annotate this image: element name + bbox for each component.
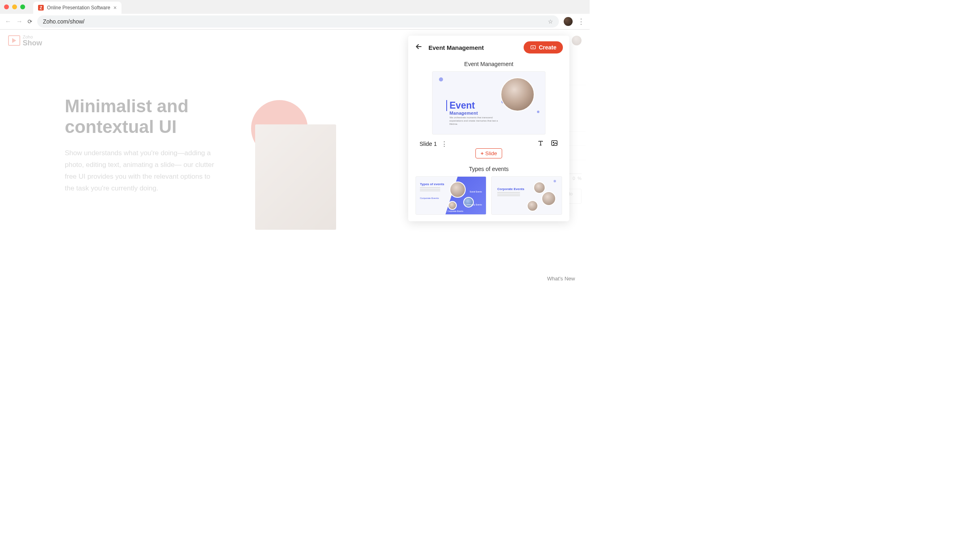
whats-new-button[interactable]: What's New xyxy=(541,273,581,284)
slide-options-icon[interactable]: ⋮ xyxy=(441,140,447,148)
back-button[interactable]: ← xyxy=(5,18,11,25)
svg-point-2 xyxy=(553,142,554,143)
add-slide-row: + Slide xyxy=(415,148,562,158)
browser-menu-icon[interactable]: ⋮ xyxy=(577,17,585,26)
section-title: Types of events xyxy=(415,166,562,172)
text-lines-decoration xyxy=(497,192,520,193)
browser-chrome: Z Online Presentation Software × ← → ⟳ Z… xyxy=(0,0,590,30)
hero-paragraph: Show understands what you're doing—addin… xyxy=(65,147,215,195)
close-window-button[interactable] xyxy=(4,4,9,9)
logo[interactable]: Zoho Show xyxy=(8,35,42,47)
photo-circle xyxy=(541,191,556,206)
slide-subtitle: Management xyxy=(450,111,478,115)
create-button[interactable]: Create xyxy=(524,41,563,53)
image-tool-icon[interactable] xyxy=(551,139,558,148)
section-title: Event Management xyxy=(415,61,562,67)
tab-title: Online Presentation Software xyxy=(47,5,110,11)
window-controls xyxy=(4,4,25,9)
logo-text-main: Show xyxy=(23,39,42,47)
logo-mark-icon xyxy=(8,35,20,46)
text-lines-decoration xyxy=(420,187,440,188)
toolbar: ← → ⟳ Zoho.com/show/ ☆ ⋮ xyxy=(0,14,590,29)
photo-circle xyxy=(448,201,457,210)
hero-photo xyxy=(255,124,336,230)
slide-thumbnail[interactable]: Types of events Corporate Events Social … xyxy=(415,176,486,215)
text-tool-icon[interactable] xyxy=(537,139,544,148)
photo-circle xyxy=(463,197,474,207)
decorative-dot xyxy=(537,111,539,113)
browser-tab[interactable]: Z Online Presentation Software × xyxy=(33,2,121,14)
logo-text-top: Zoho xyxy=(23,35,42,39)
address-bar[interactable]: Zoho.com/show/ ☆ xyxy=(37,15,559,28)
tab-strip: Z Online Presentation Software × xyxy=(0,0,590,14)
hero-heading: Minimalist and contextual UI xyxy=(65,96,215,137)
user-avatar[interactable] xyxy=(572,36,582,45)
hero-text: Minimalist and contextual UI Show unders… xyxy=(65,96,215,195)
slide-thumbnails-row: Types of events Corporate Events Social … xyxy=(415,176,562,215)
decorative-dot xyxy=(439,77,443,81)
photo-circle xyxy=(450,182,466,198)
template-preview-panel: Event Management Create Event Management… xyxy=(408,36,569,221)
presentation-icon xyxy=(530,45,536,51)
slide-label: Slide 1 xyxy=(420,141,437,147)
panel-title: Event Management xyxy=(428,44,484,51)
close-tab-icon[interactable]: × xyxy=(113,4,117,11)
slide-preview-large[interactable]: Event Management We orchestrate moments … xyxy=(432,71,545,135)
photo-circle xyxy=(527,200,538,212)
reload-button[interactable]: ⟳ xyxy=(28,18,32,25)
favicon: Z xyxy=(38,5,44,11)
add-slide-button[interactable]: + Slide xyxy=(475,148,503,158)
slide-thumbnail[interactable]: Corporate Events xyxy=(491,176,562,215)
panel-body: Event Management Event Management We orc… xyxy=(408,59,569,221)
photo-circle xyxy=(533,182,545,194)
maximize-window-button[interactable] xyxy=(20,4,25,9)
slide-description: We orchestrate moments that transcend ex… xyxy=(450,116,502,126)
slide-title: Event xyxy=(446,100,475,111)
url-text: Zoho.com/show/ xyxy=(43,18,85,25)
slide-photo-circle xyxy=(501,77,535,111)
minimize-window-button[interactable] xyxy=(12,4,17,9)
decorative-dot xyxy=(554,180,556,182)
bookmark-star-icon[interactable]: ☆ xyxy=(548,18,553,25)
back-arrow-icon[interactable] xyxy=(415,43,423,53)
forward-button[interactable]: → xyxy=(16,18,23,25)
plus-icon: + xyxy=(481,150,484,156)
profile-avatar[interactable] xyxy=(564,17,573,26)
panel-header: Event Management Create xyxy=(408,36,569,59)
